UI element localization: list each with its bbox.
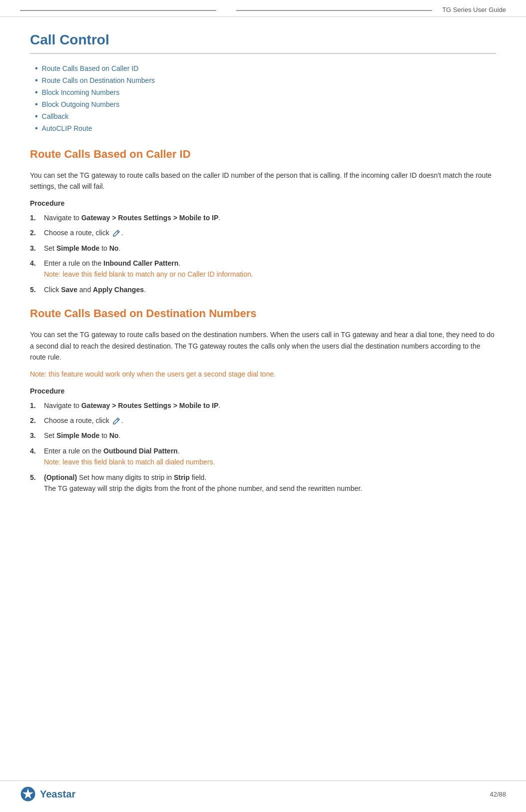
step-num: 4.: [30, 258, 44, 280]
step-bold: Save: [61, 286, 77, 294]
section1-heading: Route Calls Based on Caller ID: [30, 148, 496, 161]
section1-steps: 1. Navigate to Gateway > Routes Settings…: [30, 212, 496, 295]
page-title: Call Control: [30, 32, 496, 48]
section2-step-3: 3. Set Simple Mode to No.: [30, 430, 496, 441]
step-num: 2.: [30, 415, 44, 426]
section2-step-2: 2. Choose a route, click .: [30, 415, 496, 426]
step-num: 3.: [30, 430, 44, 441]
step-note: Note: leave this field blank to match an…: [44, 270, 253, 278]
main-content: Call Control Route Calls Based on Caller…: [0, 17, 526, 542]
header-decorative-lines: [20, 6, 432, 11]
toc-item-6[interactable]: AutoCLIP Route: [35, 124, 496, 133]
section2-note: Note: this feature would work only when …: [30, 369, 496, 380]
step-content: Set Simple Mode to No.: [44, 243, 496, 254]
step-num: 1.: [30, 400, 44, 411]
step-content: Enter a rule on the Inbound Caller Patte…: [44, 258, 496, 280]
toc-link-4[interactable]: Block Outgoing Numbers: [42, 100, 120, 108]
toc-item-1[interactable]: Route Calls Based on Caller ID: [35, 64, 496, 73]
toc-link-1[interactable]: Route Calls Based on Caller ID: [42, 64, 139, 72]
step-bold: Simple Mode: [56, 244, 99, 252]
toc-link-2[interactable]: Route Calls on Destination Numbers: [42, 76, 155, 84]
section2-steps: 1. Navigate to Gateway > Routes Settings…: [30, 400, 496, 494]
toc-link-5[interactable]: Callback: [42, 112, 69, 120]
edit-icon: [112, 229, 120, 237]
header-line-1: [20, 10, 216, 11]
step-bold: Inbound Caller Pattern: [103, 259, 178, 267]
section1-step-1: 1. Navigate to Gateway > Routes Settings…: [30, 212, 496, 223]
step-content: Click Save and Apply Changes.: [44, 284, 496, 295]
toc-item-2[interactable]: Route Calls on Destination Numbers: [35, 76, 496, 85]
optional-label: (Optional): [44, 473, 77, 481]
step-num: 4.: [30, 445, 44, 468]
page-footer: Yeastar 42/88: [0, 781, 526, 802]
section2-step-5: 5. (Optional) Set how many digits to str…: [30, 472, 496, 494]
toc-item-4[interactable]: Block Outgoing Numbers: [35, 100, 496, 109]
step-content: Set Simple Mode to No.: [44, 430, 496, 441]
toc-link-3[interactable]: Block Incoming Numbers: [42, 88, 120, 96]
step-bold-2: No: [109, 244, 119, 252]
step-num: 2.: [30, 227, 44, 238]
step-bold: Gateway > Routes Settings > Mobile to IP: [81, 402, 219, 409]
page-header: TG Series User Guide: [0, 0, 526, 17]
section1-step-4: 4. Enter a rule on the Inbound Caller Pa…: [30, 258, 496, 280]
section1-step-3: 3. Set Simple Mode to No.: [30, 243, 496, 254]
step-bold: Outbound Dial Pattern: [103, 447, 178, 455]
step-num: 5.: [30, 284, 44, 295]
toc-item-5[interactable]: Callback: [35, 112, 496, 121]
step-content: Choose a route, click .: [44, 415, 496, 426]
toc-list: Route Calls Based on Caller ID Route Cal…: [30, 64, 496, 133]
toc-item-3[interactable]: Block Incoming Numbers: [35, 88, 496, 97]
step-bold: Simple Mode: [56, 431, 99, 439]
title-divider: [30, 53, 496, 54]
step-bold: Gateway > Routes Settings > Mobile to IP: [81, 214, 219, 222]
section2-para1: You can set the TG gateway to route call…: [30, 329, 496, 363]
section2-procedure-heading: Procedure: [30, 387, 496, 395]
header-line-2: [236, 10, 433, 11]
step-num: 1.: [30, 212, 44, 223]
step-sub-text: The TG gateway will strip the digits fro…: [44, 484, 362, 492]
section1-para1: You can set the TG gateway to route call…: [30, 170, 496, 192]
yeastar-logo-icon: [20, 786, 36, 802]
section1-step-2: 2. Choose a route, click .: [30, 227, 496, 238]
footer-brand-name: Yeastar: [40, 789, 75, 800]
step-bold-2: No: [109, 431, 119, 439]
step-num: 3.: [30, 243, 44, 254]
step-note: Note: leave this field blank to match al…: [44, 458, 215, 466]
step-content: Navigate to Gateway > Routes Settings > …: [44, 212, 496, 223]
step-content: Navigate to Gateway > Routes Settings > …: [44, 400, 496, 411]
step-content: Enter a rule on the Outbound Dial Patter…: [44, 445, 496, 468]
step-bold: Strip: [174, 473, 190, 481]
footer-page-number: 42/88: [490, 791, 506, 798]
section1-step-5: 5. Click Save and Apply Changes.: [30, 284, 496, 295]
section1-procedure-heading: Procedure: [30, 199, 496, 207]
footer-logo: Yeastar: [20, 786, 75, 802]
toc-link-6[interactable]: AutoCLIP Route: [42, 124, 92, 132]
section2-step-1: 1. Navigate to Gateway > Routes Settings…: [30, 400, 496, 411]
section2-heading: Route Calls Based on Destination Numbers: [30, 307, 496, 320]
edit-icon: [112, 417, 120, 425]
step-bold-2: Apply Changes: [93, 286, 144, 294]
header-title: TG Series User Guide: [442, 6, 506, 13]
step-content: Choose a route, click .: [44, 227, 496, 238]
step-num: 5.: [30, 472, 44, 494]
section2-step-4: 4. Enter a rule on the Outbound Dial Pat…: [30, 445, 496, 468]
step-content: (Optional) Set how many digits to strip …: [44, 472, 496, 494]
